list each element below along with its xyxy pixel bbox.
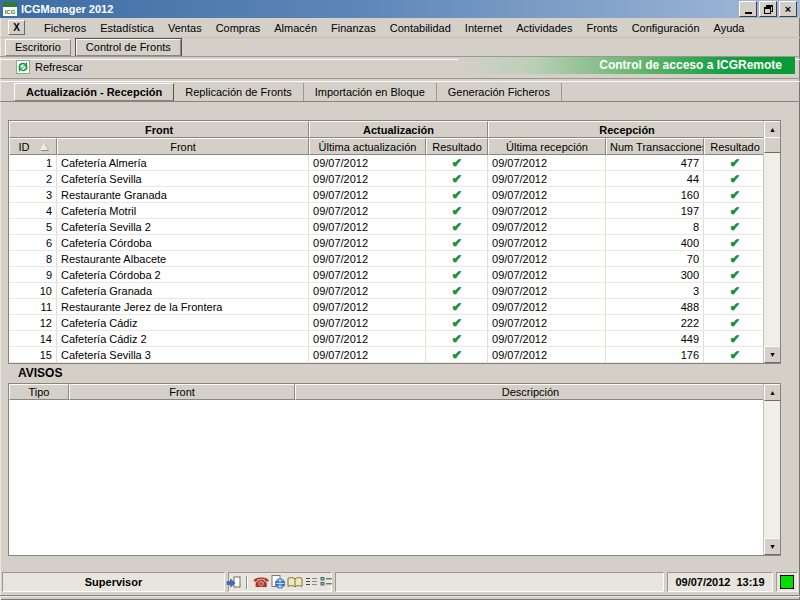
avisos-column-descripcion[interactable]: Descripción xyxy=(295,384,766,400)
menu-item-almacen[interactable]: Almacén xyxy=(267,20,324,36)
list-details-icon[interactable] xyxy=(305,576,318,588)
last-reception-date: 09/07/2012 xyxy=(488,203,606,219)
scroll-down-button[interactable]: ▼ xyxy=(764,346,781,363)
menu-item-contabilidad[interactable]: Contabilidad xyxy=(383,20,458,36)
front-id: 14 xyxy=(9,331,57,347)
menu-item-ventas[interactable]: Ventas xyxy=(161,20,209,36)
group-header-actualizacion: Actualización xyxy=(309,121,488,138)
front-row-5[interactable]: 5 Cafetería Sevilla 2 09/07/2012 ✔ 09/07… xyxy=(9,219,766,235)
scroll-up-button[interactable]: ▲ xyxy=(764,384,781,401)
column-header-resultado-recepcion[interactable]: Resultado xyxy=(704,138,766,155)
front-row-2[interactable]: 2 Cafetería Sevilla 09/07/2012 ✔ 09/07/2… xyxy=(9,171,766,187)
status-spacer xyxy=(335,572,664,592)
column-header-ultima-actualizacion[interactable]: Última actualización xyxy=(309,138,426,155)
menu-item-actividades[interactable]: Actividades xyxy=(509,20,579,36)
front-name: Cafetería Cádiz 2 xyxy=(57,331,309,347)
front-row-14[interactable]: 14 Cafetería Cádiz 2 09/07/2012 ✔ 09/07/… xyxy=(9,331,766,347)
last-update-date: 09/07/2012 xyxy=(309,251,426,267)
last-reception-date: 09/07/2012 xyxy=(488,267,606,283)
menu-item-estadistica[interactable]: Estadística xyxy=(93,20,161,36)
update-result: ✔ xyxy=(426,219,488,235)
tab-actualizacion-recepcion[interactable]: Actualización - Recepción xyxy=(14,83,174,101)
front-name: Cafetería Granada xyxy=(57,283,309,299)
scroll-up-button[interactable]: ▲ xyxy=(764,121,781,138)
update-result: ✔ xyxy=(426,347,488,363)
close-icon: × xyxy=(785,4,791,14)
front-row-10[interactable]: 10 Cafetería Granada 09/07/2012 ✔ 09/07/… xyxy=(9,283,766,299)
check-icon: ✔ xyxy=(730,204,740,218)
fronts-scrollbar[interactable]: ▲ ▼ xyxy=(763,121,780,363)
column-header-resultado-actualizacion[interactable]: Resultado xyxy=(426,138,488,155)
restore-button[interactable] xyxy=(759,1,777,17)
check-icon: ✔ xyxy=(730,220,740,234)
menu-item-internet[interactable]: Internet xyxy=(458,20,509,36)
check-icon: ✔ xyxy=(451,268,461,282)
front-row-1[interactable]: 1 Cafetería Almería 09/07/2012 ✔ 09/07/2… xyxy=(9,155,766,171)
minimize-button[interactable] xyxy=(739,1,757,17)
send-to-front-icon[interactable] xyxy=(226,575,241,589)
scroll-up-icon: ▲ xyxy=(769,389,776,396)
phone-icon[interactable]: ☎ xyxy=(253,576,269,589)
reception-result: ✔ xyxy=(704,235,766,251)
front-id: 9 xyxy=(9,267,57,283)
front-row-6[interactable]: 6 Cafetería Córdoba 09/07/2012 ✔ 09/07/2… xyxy=(9,235,766,251)
front-id: 12 xyxy=(9,315,57,331)
column-header-ultima-recepcion[interactable]: Última recepción xyxy=(488,138,606,155)
fronts-grid: Front Actualización Recepción ID Front Ú… xyxy=(9,121,766,363)
divider xyxy=(0,596,800,597)
menu-item-compras[interactable]: Compras xyxy=(209,20,268,36)
front-row-9[interactable]: 9 Cafetería Córdoba 2 09/07/2012 ✔ 09/07… xyxy=(9,267,766,283)
last-update-date: 09/07/2012 xyxy=(309,155,426,171)
front-row-11[interactable]: 11 Restaurante Jerez de la Frontera 09/0… xyxy=(9,299,766,315)
check-icon: ✔ xyxy=(730,268,740,282)
scroll-down-button[interactable]: ▼ xyxy=(764,538,781,555)
menu-item-ficheros[interactable]: Ficheros xyxy=(37,20,93,36)
front-row-12[interactable]: 12 Cafetería Cádiz 09/07/2012 ✔ 09/07/20… xyxy=(9,315,766,331)
minimize-icon xyxy=(745,12,752,14)
close-button[interactable]: × xyxy=(779,1,797,17)
tab-replicacion-de-fronts[interactable]: Replicación de Fronts xyxy=(174,83,303,101)
tab-control-de-fronts[interactable]: Control de Fronts xyxy=(76,39,181,56)
tab-escritorio[interactable]: Escritorio xyxy=(5,39,71,56)
front-name: Cafetería Sevilla xyxy=(57,171,309,187)
avisos-column-front[interactable]: Front xyxy=(69,384,295,400)
menu-item-fronts[interactable]: Fronts xyxy=(579,20,624,36)
last-update-date: 09/07/2012 xyxy=(309,267,426,283)
num-transactions: 449 xyxy=(606,331,704,347)
check-icon: ✔ xyxy=(451,156,461,170)
update-result: ✔ xyxy=(426,267,488,283)
check-icon: ✔ xyxy=(451,204,461,218)
front-id: 2 xyxy=(9,171,57,187)
front-row-4[interactable]: 4 Cafetería Motril 09/07/2012 ✔ 09/07/20… xyxy=(9,203,766,219)
menu-item-ayuda[interactable]: Ayuda xyxy=(707,20,752,36)
num-transactions: 488 xyxy=(606,299,704,315)
menu-item-configuracion[interactable]: Configuración xyxy=(625,20,707,36)
tab-generacion-ficheros[interactable]: Generación Ficheros xyxy=(437,83,562,101)
column-header-num-transacciones[interactable]: Num Transacciones xyxy=(606,138,704,155)
check-icon: ✔ xyxy=(451,284,461,298)
check-icon: ✔ xyxy=(730,284,740,298)
last-reception-date: 09/07/2012 xyxy=(488,251,606,267)
refresh-icon xyxy=(16,60,30,74)
front-row-8[interactable]: 8 Restaurante Albacete 09/07/2012 ✔ 09/0… xyxy=(9,251,766,267)
last-update-date: 09/07/2012 xyxy=(309,171,426,187)
web-document-icon[interactable] xyxy=(271,575,285,589)
avisos-column-tipo[interactable]: Tipo xyxy=(9,384,69,400)
column-header-id[interactable]: ID xyxy=(9,138,57,155)
book-icon[interactable] xyxy=(287,576,303,589)
window-title: ICGManager 2012 xyxy=(21,3,737,15)
refresh-button[interactable]: Refrescar xyxy=(13,58,86,75)
tab-importacion-en-bloque[interactable]: Importación en Bloque xyxy=(304,83,437,101)
tree-list-icon[interactable] xyxy=(320,576,334,588)
menu-bar: X Ficheros Estadística Ventas Compras Al… xyxy=(0,18,800,38)
close-view-button[interactable]: X xyxy=(8,20,25,35)
column-header-front[interactable]: Front xyxy=(57,138,309,155)
front-row-3[interactable]: 3 Restaurante Granada 09/07/2012 ✔ 09/07… xyxy=(9,187,766,203)
status-icons: ☎ xyxy=(228,572,332,592)
num-transactions: 70 xyxy=(606,251,704,267)
front-row-15[interactable]: 15 Cafetería Sevilla 3 09/07/2012 ✔ 09/0… xyxy=(9,347,766,363)
scroll-thumb[interactable] xyxy=(764,137,781,153)
avisos-scrollbar[interactable]: ▲ ▼ xyxy=(763,384,780,555)
menu-item-finanzas[interactable]: Finanzas xyxy=(324,20,383,36)
reception-result: ✔ xyxy=(704,219,766,235)
